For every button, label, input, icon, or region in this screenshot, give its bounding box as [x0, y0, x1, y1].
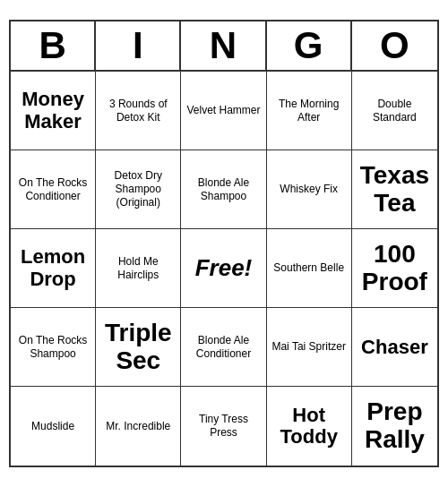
bingo-cell-4: Double Standard: [352, 72, 437, 150]
bingo-header: B I N G O: [11, 21, 437, 72]
bingo-cell-0: Money Maker: [11, 72, 96, 150]
bingo-cell-23: Hot Toddy: [267, 387, 352, 466]
bingo-cell-12: Free!: [181, 229, 266, 308]
bingo-cell-10: Lemon Drop: [11, 229, 96, 308]
bingo-cell-18: Mai Tai Spritzer: [267, 308, 352, 387]
bingo-cell-2: Velvet Hammer: [181, 72, 266, 150]
bingo-cell-22: Tiny Tress Press: [181, 387, 266, 466]
header-n: N: [181, 21, 266, 70]
bingo-cell-20: Mudslide: [11, 387, 96, 466]
bingo-cell-15: On The Rocks Shampoo: [11, 308, 96, 387]
bingo-cell-16: Triple Sec: [96, 308, 181, 387]
bingo-cell-9: Texas Tea: [352, 150, 437, 229]
bingo-card: B I N G O Money Maker3 Rounds of Detox K…: [9, 20, 439, 467]
bingo-cell-24: Prep Rally: [352, 387, 437, 466]
bingo-cell-1: 3 Rounds of Detox Kit: [96, 72, 181, 150]
header-g: G: [267, 21, 352, 70]
bingo-cell-21: Mr. Incredible: [96, 387, 181, 466]
bingo-cell-19: Chaser: [352, 308, 437, 387]
bingo-cell-3: The Morning After: [267, 72, 352, 150]
header-i: I: [96, 21, 181, 70]
header-o: O: [352, 21, 437, 70]
bingo-cell-6: Detox Dry Shampoo (Original): [96, 150, 181, 229]
bingo-cell-8: Whiskey Fix: [267, 150, 352, 229]
header-b: B: [11, 21, 96, 70]
bingo-grid: Money Maker3 Rounds of Detox KitVelvet H…: [11, 72, 437, 466]
bingo-cell-13: Southern Belle: [267, 229, 352, 308]
bingo-cell-11: Hold Me Hairclips: [96, 229, 181, 308]
bingo-cell-17: Blonde Ale Conditioner: [181, 308, 266, 387]
bingo-cell-7: Blonde Ale Shampoo: [181, 150, 266, 229]
bingo-cell-5: On The Rocks Conditioner: [11, 150, 96, 229]
bingo-cell-14: 100 Proof: [352, 229, 437, 308]
